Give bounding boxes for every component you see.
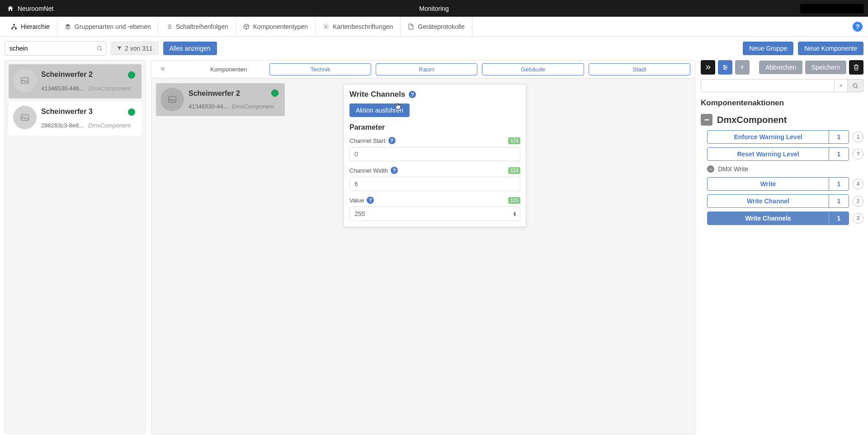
image-placeholder-icon <box>13 69 37 92</box>
tab-label: Komponententypen <box>253 23 308 30</box>
action-badge[interactable]: 2 <box>853 196 863 207</box>
action-enforce-warning[interactable]: Enforce Warning Level 1 <box>707 130 849 144</box>
svg-point-9 <box>325 26 327 28</box>
action-row: Enforce Warning Level 1 1 <box>707 130 863 144</box>
filter-count[interactable]: 2 von 311 <box>111 42 159 55</box>
status-dot <box>128 71 135 79</box>
card-type: DmxComponent <box>88 122 131 129</box>
action-badge[interactable]: 1 <box>853 132 863 142</box>
help-icon[interactable]: ? <box>391 167 398 174</box>
collapse-all-icon[interactable] <box>156 65 170 75</box>
cancel-button[interactable]: Abbrechen <box>759 61 802 74</box>
navbar: Hierarchie Gruppenarten und -ebenen Scha… <box>0 17 868 37</box>
value-input[interactable] <box>349 207 520 221</box>
filter-text: 2 von 311 <box>125 45 153 52</box>
main: Scheinwerfer 2 41346530-446...DmxCompone… <box>0 60 868 437</box>
save-button[interactable]: Speichern <box>805 61 846 74</box>
spinner-icon[interactable]: ▲▼ <box>513 211 517 216</box>
image-placeholder-icon <box>160 88 184 111</box>
list-item[interactable]: Scheinwerfer 2 41346530-446...DmxCompone… <box>9 64 142 99</box>
trash-icon[interactable] <box>849 60 863 75</box>
help-icon[interactable]: ? <box>853 22 863 32</box>
action-write-channel[interactable]: Write Channel 1 <box>707 194 849 208</box>
list-item[interactable]: Scheinwerfer 3 288283c3-8e8...DmxCompone… <box>9 101 142 136</box>
parameter-heading: Parameter <box>349 123 520 132</box>
action-badge[interactable]: 3 <box>853 213 863 224</box>
param-label-row: Channel Width? 123 <box>349 167 520 174</box>
new-group-button[interactable]: Neue Gruppe <box>743 42 793 55</box>
action-row: Write 1 4 <box>707 177 863 191</box>
list-icon <box>166 23 172 30</box>
gears-icon <box>323 23 329 30</box>
help-icon[interactable]: ? <box>388 137 396 144</box>
card-type: DmxComponent <box>231 103 274 110</box>
search-icon[interactable] <box>96 45 103 52</box>
component-type-label: DmxComponent <box>717 115 787 125</box>
level-gebaeude[interactable]: Gebäude <box>482 63 584 75</box>
action-name: Write Channel <box>708 195 829 207</box>
action-search-input[interactable] <box>701 79 835 92</box>
card-id: 41346530-446... <box>41 85 84 92</box>
level-technik[interactable]: Technik <box>269 63 371 75</box>
card-id: 41346530-44... <box>189 103 228 110</box>
level-stadt[interactable]: Stadt <box>589 63 690 75</box>
sub-group-header[interactable]: − DMX Write <box>707 165 863 173</box>
expand-icon[interactable] <box>701 60 715 75</box>
action-reset-warning[interactable]: Reset Warning Level 1 <box>707 147 849 161</box>
tab-label: Schaltreihenfolgen <box>176 23 228 30</box>
action-write-channels[interactable]: Write Channels 1 <box>707 211 849 225</box>
run-icon[interactable] <box>735 60 750 75</box>
svg-rect-2 <box>15 28 17 29</box>
param-label-row: Channel Start? 123 <box>349 137 520 144</box>
minus-circle-icon: − <box>707 165 714 173</box>
action-write[interactable]: Write 1 <box>707 177 849 191</box>
left-panel: Scheinwerfer 2 41346530-446...DmxCompone… <box>5 60 146 434</box>
search-wrap <box>5 41 106 56</box>
image-placeholder-icon <box>13 106 37 129</box>
action-badge[interactable]: ? <box>853 149 863 160</box>
action-count: 1 <box>829 212 849 225</box>
status-dot <box>128 108 135 116</box>
tab-hierarchie[interactable]: Hierarchie <box>4 17 57 37</box>
help-icon[interactable]: ? <box>367 197 374 204</box>
action-name: Write <box>708 178 829 190</box>
middle-body: Scheinwerfer 2 41346530-44...DmxComponen… <box>151 79 695 434</box>
card-title: Scheinwerfer 3 <box>41 108 135 116</box>
svg-rect-0 <box>13 24 15 25</box>
svg-point-20 <box>724 68 725 69</box>
section-title: Komponentenaktionen <box>701 99 863 108</box>
help-icon[interactable]: ? <box>409 91 416 98</box>
action-name: Enforce Warning Level <box>708 131 829 143</box>
action-count: 1 <box>829 131 849 143</box>
tab-gruppenarten[interactable]: Gruppenarten und -ebenen <box>57 17 159 37</box>
clear-icon[interactable]: × <box>835 79 848 92</box>
search-input[interactable] <box>5 41 106 56</box>
selected-component-card[interactable]: Scheinwerfer 2 41346530-44...DmxComponen… <box>156 83 285 116</box>
home-icon <box>7 5 14 12</box>
search-icon[interactable] <box>848 79 863 92</box>
tab-komponententypen[interactable]: Komponententypen <box>236 17 316 37</box>
file-icon <box>408 23 414 30</box>
action-badge[interactable]: 4 <box>853 179 863 189</box>
tab-label: Geräteprotokolle <box>418 23 465 30</box>
show-all-button[interactable]: Alles anzeigen <box>163 42 217 55</box>
right-toolbar: Abbrechen Speichern <box>701 60 863 75</box>
level-raum[interactable]: Raum <box>376 63 477 75</box>
tab-schaltreihenfolgen[interactable]: Schaltreihenfolgen <box>159 17 236 37</box>
new-component-button[interactable]: Neue Komponente <box>798 42 863 55</box>
middle-header: Komponenten Technik Raum Gebäude Stadt <box>151 60 695 79</box>
toolbar: 2 von 311 Alles anzeigen Neue Gruppe Neu… <box>0 37 868 60</box>
tab-kartenbeschriftungen[interactable]: Kartenbeschriftungen <box>316 17 401 37</box>
right-panel: Abbrechen Speichern × Komponentenaktione… <box>701 60 863 434</box>
channel-start-input[interactable] <box>349 147 520 161</box>
tab-geraeteprotokolle[interactable]: Geräteprotokolle <box>401 17 472 37</box>
layers-icon <box>65 23 71 30</box>
component-type-header[interactable]: − DmxComponent <box>701 114 863 126</box>
redacted-box <box>800 4 863 13</box>
channel-width-input[interactable] <box>349 177 520 191</box>
brand-label: NeuroomNet <box>18 5 53 12</box>
sliders-icon[interactable] <box>718 60 732 75</box>
status-dot <box>271 89 278 97</box>
brand[interactable]: NeuroomNet <box>7 5 53 12</box>
action-popup: Write Channels? Aktion ausführen Paramet… <box>344 84 526 227</box>
